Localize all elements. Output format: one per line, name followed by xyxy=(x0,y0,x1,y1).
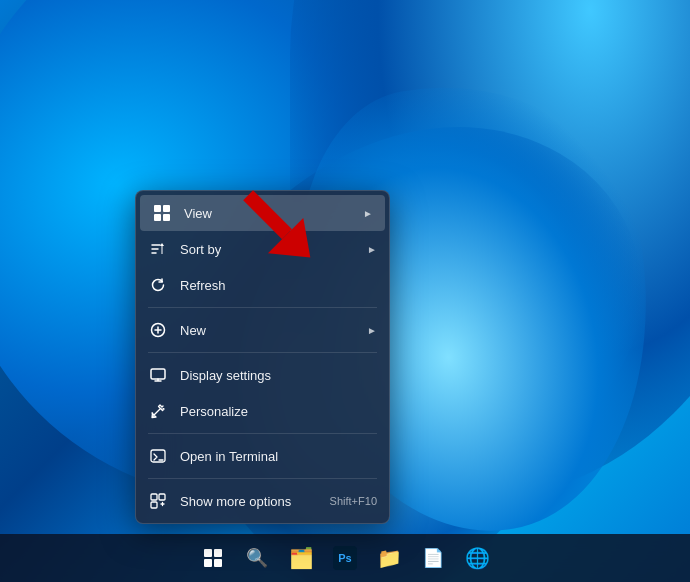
sort-by-label: Sort by xyxy=(180,242,355,257)
chrome-icon: 🌐 xyxy=(465,546,490,570)
folder-icon: 📁 xyxy=(377,546,402,570)
windows-logo-icon xyxy=(204,549,222,567)
taskbar: 🔍 🗂️ Ps 📁 📄 🌐 xyxy=(0,534,690,582)
context-menu-item-refresh[interactable]: Refresh xyxy=(136,267,389,303)
notepad-button[interactable]: 📄 xyxy=(413,538,453,578)
context-menu-item-view[interactable]: View ► xyxy=(140,195,385,231)
svg-rect-3 xyxy=(163,214,170,221)
svg-rect-8 xyxy=(159,494,165,500)
view-label: View xyxy=(184,206,351,221)
view-arrow: ► xyxy=(363,208,373,219)
display-settings-label: Display settings xyxy=(180,368,377,383)
personalize-label: Personalize xyxy=(180,404,377,419)
photoshop-icon: Ps xyxy=(333,546,357,570)
menu-divider-2 xyxy=(148,352,377,353)
search-button[interactable]: 🔍 xyxy=(237,538,277,578)
search-icon: 🔍 xyxy=(246,547,268,569)
start-button[interactable] xyxy=(193,538,233,578)
open-in-terminal-label: Open in Terminal xyxy=(180,449,377,464)
menu-divider-3 xyxy=(148,433,377,434)
context-menu-item-new[interactable]: New ► xyxy=(136,312,389,348)
new-arrow: ► xyxy=(367,325,377,336)
svg-rect-1 xyxy=(163,205,170,212)
file-explorer-button[interactable]: 🗂️ xyxy=(281,538,321,578)
refresh-icon xyxy=(148,275,168,295)
refresh-label: Refresh xyxy=(180,278,377,293)
context-menu-item-open-in-terminal[interactable]: Open in Terminal xyxy=(136,438,389,474)
svg-rect-5 xyxy=(151,369,165,379)
svg-rect-2 xyxy=(154,214,161,221)
new-label: New xyxy=(180,323,355,338)
folder-button[interactable]: 📁 xyxy=(369,538,409,578)
grid-icon xyxy=(152,203,172,223)
svg-rect-7 xyxy=(151,494,157,500)
notepad-icon: 📄 xyxy=(422,547,444,569)
context-menu-item-show-more-options[interactable]: Show more options Shift+F10 xyxy=(136,483,389,519)
context-menu: View ► Sort by ► Refresh xyxy=(135,190,390,524)
desktop: View ► Sort by ► Refresh xyxy=(0,0,690,582)
menu-divider-1 xyxy=(148,307,377,308)
sort-icon xyxy=(148,239,168,259)
show-more-options-label: Show more options xyxy=(180,494,318,509)
photoshop-button[interactable]: Ps xyxy=(325,538,365,578)
file-explorer-icon: 🗂️ xyxy=(289,546,314,570)
context-menu-item-display-settings[interactable]: Display settings xyxy=(136,357,389,393)
new-icon xyxy=(148,320,168,340)
show-more-options-shortcut: Shift+F10 xyxy=(330,495,377,507)
svg-rect-0 xyxy=(154,205,161,212)
context-menu-item-personalize[interactable]: Personalize xyxy=(136,393,389,429)
terminal-icon xyxy=(148,446,168,466)
context-menu-item-sort-by[interactable]: Sort by ► xyxy=(136,231,389,267)
sort-by-arrow: ► xyxy=(367,244,377,255)
personalize-icon xyxy=(148,401,168,421)
menu-divider-4 xyxy=(148,478,377,479)
svg-rect-9 xyxy=(151,502,157,508)
display-icon xyxy=(148,365,168,385)
more-options-icon xyxy=(148,491,168,511)
chrome-button[interactable]: 🌐 xyxy=(457,538,497,578)
